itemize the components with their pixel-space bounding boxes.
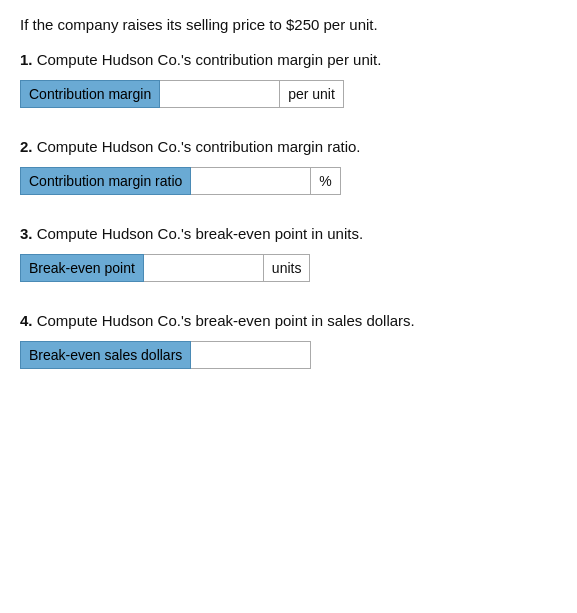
answer-input-2[interactable] xyxy=(191,167,311,195)
question-section-4: 4. Compute Hudson Co.'s break-even point… xyxy=(20,312,557,369)
input-row-3: Break-even pointunits xyxy=(20,254,557,282)
unit-label-2: % xyxy=(311,167,340,195)
question-section-3: 3. Compute Hudson Co.'s break-even point… xyxy=(20,225,557,282)
question-label-3: 3. Compute Hudson Co.'s break-even point… xyxy=(20,225,557,242)
intro-text: If the company raises its selling price … xyxy=(20,16,557,33)
answer-input-4[interactable] xyxy=(191,341,311,369)
question-section-1: 1. Compute Hudson Co.'s contribution mar… xyxy=(20,51,557,108)
field-label-2: Contribution margin ratio xyxy=(20,167,191,195)
question-label-4: 4. Compute Hudson Co.'s break-even point… xyxy=(20,312,557,329)
field-label-4: Break-even sales dollars xyxy=(20,341,191,369)
question-label-1: 1. Compute Hudson Co.'s contribution mar… xyxy=(20,51,557,68)
question-label-2: 2. Compute Hudson Co.'s contribution mar… xyxy=(20,138,557,155)
answer-input-1[interactable] xyxy=(160,80,280,108)
unit-label-3: units xyxy=(264,254,311,282)
field-label-3: Break-even point xyxy=(20,254,144,282)
input-row-2: Contribution margin ratio% xyxy=(20,167,557,195)
input-row-1: Contribution marginper unit xyxy=(20,80,557,108)
answer-input-3[interactable] xyxy=(144,254,264,282)
field-label-1: Contribution margin xyxy=(20,80,160,108)
question-section-2: 2. Compute Hudson Co.'s contribution mar… xyxy=(20,138,557,195)
input-row-4: Break-even sales dollars xyxy=(20,341,557,369)
unit-label-1: per unit xyxy=(280,80,344,108)
